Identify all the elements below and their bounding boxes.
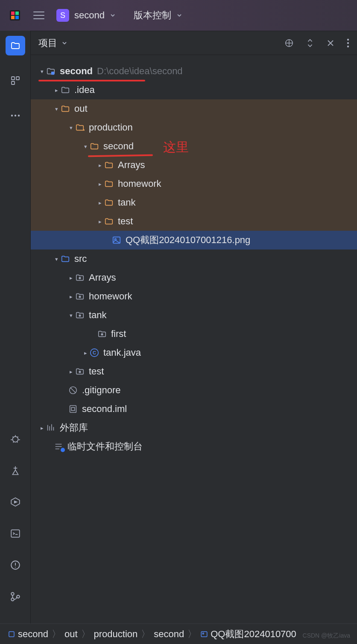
svg-point-27	[101, 334, 103, 335]
chevron-down-icon[interactable]: ▾	[67, 312, 74, 319]
chevron-right-icon[interactable]: ▸	[53, 87, 60, 93]
chevron-down-icon	[110, 12, 116, 18]
app-logo	[9, 9, 21, 22]
package-icon	[74, 310, 85, 320]
svg-text:C: C	[93, 350, 96, 355]
panel-options-button[interactable]	[347, 38, 349, 48]
tree-row[interactable]: 临时文件和控制台	[31, 437, 357, 456]
chevron-right-icon[interactable]: ▸	[67, 293, 74, 300]
svg-rect-4	[15, 16, 19, 19]
tree-row[interactable]: ▸ .idea	[31, 81, 357, 99]
tree-row[interactable]: ▾ tank	[31, 306, 357, 325]
svg-rect-35	[202, 632, 208, 637]
left-tool-rail	[0, 31, 31, 624]
svg-point-36	[203, 633, 204, 634]
tree-label: tank	[118, 197, 136, 208]
tree-row[interactable]: ▸ Arrays	[31, 156, 357, 174]
folder-icon	[103, 160, 114, 170]
chevron-right-icon[interactable]: ▸	[38, 425, 45, 431]
chevron-right-icon: 〉	[81, 628, 91, 641]
tree-label: test	[118, 216, 133, 227]
tree-label: test	[89, 366, 104, 377]
chevron-right-icon[interactable]: ▸	[67, 275, 74, 281]
tree-row[interactable]: ▸ C tank.java	[31, 343, 357, 362]
tree-row[interactable]: ▸ test	[31, 362, 357, 381]
folder-icon	[103, 179, 114, 189]
svg-rect-2	[15, 12, 19, 15]
chevron-right-icon[interactable]: ▸	[82, 350, 89, 356]
project-selector[interactable]: S second	[56, 9, 116, 22]
chevron-right-icon[interactable]: ▸	[67, 368, 74, 375]
tree-row[interactable]: second.iml	[31, 400, 357, 418]
build-tool-button[interactable]	[6, 461, 25, 480]
hide-button[interactable]	[326, 38, 335, 48]
tree-label: homework	[118, 178, 161, 189]
svg-rect-7	[12, 81, 15, 84]
breadcrumb-item[interactable]: second	[154, 629, 184, 640]
select-opened-file-button[interactable]	[284, 38, 294, 48]
source-folder-icon	[60, 254, 71, 264]
chevron-down-icon[interactable]: ▾	[38, 68, 45, 75]
chevron-down-icon[interactable]	[61, 40, 67, 46]
tree-row[interactable]: ▾ second 这里	[31, 137, 357, 156]
chevron-down-icon[interactable]: ▾	[82, 143, 89, 150]
tree-row[interactable]: .gitignore	[31, 381, 357, 400]
folder-icon	[103, 198, 114, 207]
expand-collapse-button[interactable]	[306, 38, 314, 48]
chevron-down-icon[interactable]: ▾	[67, 125, 74, 131]
tree-row[interactable]: ▸ tank	[31, 193, 357, 212]
svg-point-25	[79, 296, 81, 298]
chevron-down-icon[interactable]: ▾	[53, 256, 60, 262]
main-menu-button[interactable]	[33, 12, 44, 19]
problems-tool-button[interactable]	[6, 555, 25, 575]
tree-row[interactable]: ▸ Arrays	[31, 268, 357, 287]
project-panel-header: 项目	[31, 31, 357, 55]
tree-row[interactable]: ▾ out	[31, 99, 357, 118]
folder-icon	[103, 217, 114, 226]
tree-row[interactable]: first	[31, 325, 357, 343]
package-icon	[74, 367, 85, 376]
project-tool-button[interactable]	[6, 36, 25, 55]
structure-tool-button[interactable]	[6, 71, 25, 90]
svg-rect-6	[16, 77, 19, 80]
tree-label: production	[89, 122, 133, 133]
svg-point-15	[11, 598, 14, 601]
chevron-right-icon[interactable]: ▸	[97, 181, 103, 187]
tree-label: 外部库	[60, 421, 88, 434]
tree-label: tank.java	[103, 347, 141, 358]
debug-tool-button[interactable]	[6, 429, 25, 449]
module-icon	[45, 67, 56, 76]
tree-row-selected[interactable]: QQ截图20240107001216.png	[31, 231, 357, 249]
breadcrumb-item[interactable]: out	[64, 629, 78, 640]
svg-rect-32	[70, 406, 76, 413]
tree-row[interactable]: ▸ 外部库	[31, 418, 357, 437]
chevron-right-icon[interactable]: ▸	[97, 218, 103, 225]
svg-rect-21	[51, 72, 54, 75]
terminal-tool-button[interactable]	[6, 524, 25, 543]
more-tool-button[interactable]	[6, 106, 25, 125]
breadcrumb-item[interactable]: QQ截图2024010700	[211, 628, 296, 641]
chevron-right-icon[interactable]: ▸	[97, 162, 103, 168]
services-tool-button[interactable]	[6, 492, 25, 512]
tree-label: tank	[89, 310, 107, 321]
tree-row[interactable]: ▸ homework	[31, 174, 357, 193]
git-tool-button[interactable]	[6, 587, 25, 606]
tree-label: Arrays	[118, 160, 145, 171]
tree-row[interactable]: ▾ production	[31, 118, 357, 137]
tree-row-root[interactable]: ▾ second D:\code\idea\second	[31, 62, 357, 81]
tree-label: second	[60, 66, 93, 77]
vcs-selector[interactable]: 版本控制	[128, 9, 182, 22]
tree-label: out	[74, 103, 88, 114]
tree-row[interactable]: ▸ homework	[31, 287, 357, 306]
chevron-right-icon[interactable]: ▸	[97, 200, 103, 206]
tree-label: 临时文件和控制台	[67, 440, 143, 453]
java-class-icon: C	[89, 348, 100, 357]
chevron-down-icon[interactable]: ▾	[53, 106, 60, 112]
watermark: CSDN @牧乙iava	[303, 632, 350, 640]
breadcrumb-item[interactable]: second	[18, 629, 48, 640]
tree-row[interactable]: ▸ test	[31, 212, 357, 231]
breadcrumb-item[interactable]: production	[94, 629, 138, 640]
project-tree: ▾ second D:\code\idea\second ▸ .idea ▾ o…	[31, 55, 357, 624]
tree-row[interactable]: ▾ src	[31, 249, 357, 268]
chevron-right-icon: 〉	[52, 628, 61, 641]
